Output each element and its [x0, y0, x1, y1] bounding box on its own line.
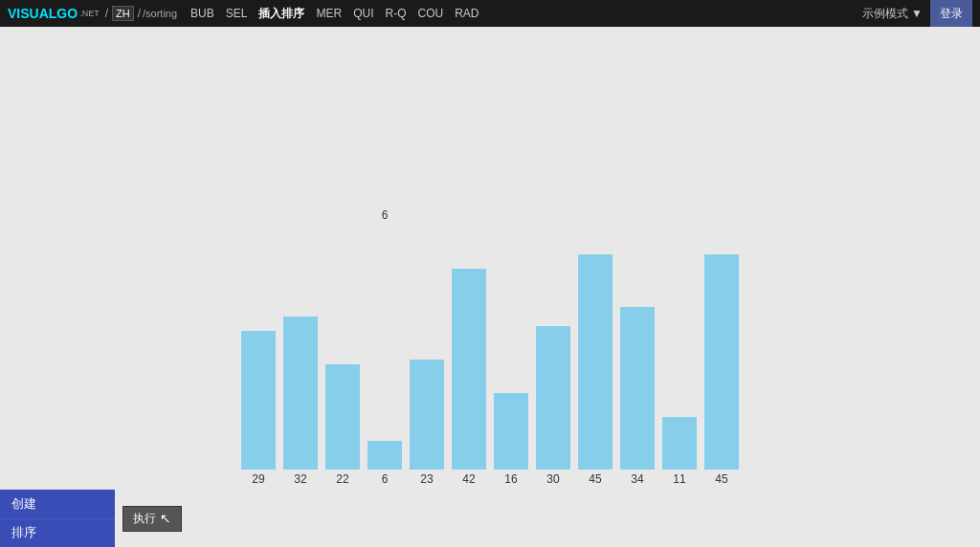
bar-label-4: 23	[420, 472, 433, 486]
bar-5: 42	[452, 228, 486, 486]
bottom-left-panel: 创建 排序	[0, 490, 115, 547]
bar-rect-1	[283, 317, 318, 470]
top-navigation: VISUALGO.NET / ZH / /sorting BUB SEL 插入排…	[0, 0, 980, 27]
nav-item-rq[interactable]: R-Q	[379, 0, 412, 27]
bar-rect-8	[578, 254, 612, 470]
bar-label-8: 45	[589, 472, 601, 486]
nav-item-mer[interactable]: MER	[310, 0, 347, 27]
bar-rect-7	[536, 326, 570, 470]
bar-rect-6	[494, 393, 528, 470]
bar-rect-9	[620, 307, 655, 470]
bar-label-10: 11	[673, 472, 685, 486]
bar-label-11: 45	[715, 472, 727, 486]
create-button[interactable]: 创建	[0, 490, 115, 519]
bar-1: 32	[283, 228, 318, 486]
bar-0: 29	[241, 228, 276, 486]
nav-item-qui[interactable]: QUI	[347, 0, 379, 27]
nav-separator: /	[105, 7, 108, 20]
bar-label-1: 32	[294, 472, 306, 486]
execute-label: 执行	[133, 511, 156, 527]
bar-11: 45	[704, 228, 739, 486]
bar-label-6: 16	[504, 472, 517, 486]
logo-net: .NET	[79, 9, 100, 18]
bar-7: 30	[536, 228, 570, 486]
nav-item-ins[interactable]: 插入排序	[253, 0, 310, 27]
logo-vis: VISUALGO	[8, 6, 78, 21]
sort-button[interactable]: 排序	[0, 519, 115, 548]
execute-button[interactable]: 执行 ↖	[122, 506, 182, 532]
nav-example-mode[interactable]: 示例模式 ▼	[855, 6, 930, 22]
nav-item-sel[interactable]: SEL	[220, 0, 254, 27]
cursor-icon: ↖	[160, 511, 171, 526]
bar-10: 11	[662, 228, 697, 486]
bar-2: 22	[325, 228, 360, 486]
bar-rect-10	[662, 417, 697, 470]
bar-9: 34	[620, 228, 655, 486]
nav-path: /sorting	[143, 8, 177, 19]
bar-rect-2	[325, 364, 360, 470]
bar-3: 66	[368, 228, 402, 486]
chart-area: 293222662342163045341145	[0, 27, 980, 495]
bottom-panel: 创建 排序 执行 ↖	[0, 490, 980, 547]
nav-lang-selector[interactable]: ZH	[112, 6, 134, 21]
bar-rect-11	[704, 254, 739, 470]
bar-8: 45	[578, 228, 612, 486]
nav-login-button[interactable]: 登录	[930, 0, 972, 27]
nav-item-cou[interactable]: COU	[412, 0, 449, 27]
bar-label-7: 30	[546, 472, 559, 486]
bar-label-2: 22	[336, 472, 348, 486]
bar-label-3: 6	[382, 472, 389, 486]
logo[interactable]: VISUALGO.NET	[8, 6, 100, 21]
nav-item-bub[interactable]: BUB	[185, 0, 220, 27]
bar-label-0: 29	[252, 472, 264, 486]
bar-label-9: 34	[631, 472, 643, 486]
bar-6: 16	[494, 228, 528, 486]
nav-item-rad[interactable]: RAD	[449, 0, 484, 27]
bar-4: 23	[410, 228, 444, 486]
bar-top-label-3: 6	[368, 208, 402, 436]
bar-rect-3	[368, 441, 402, 470]
nav-separator2: /	[138, 7, 141, 20]
bar-rect-4	[410, 360, 444, 470]
bottom-right-panel: 执行 ↖	[115, 490, 980, 547]
bar-rect-5	[452, 269, 486, 470]
bar-rect-0	[241, 331, 276, 470]
bar-label-5: 42	[462, 472, 475, 486]
